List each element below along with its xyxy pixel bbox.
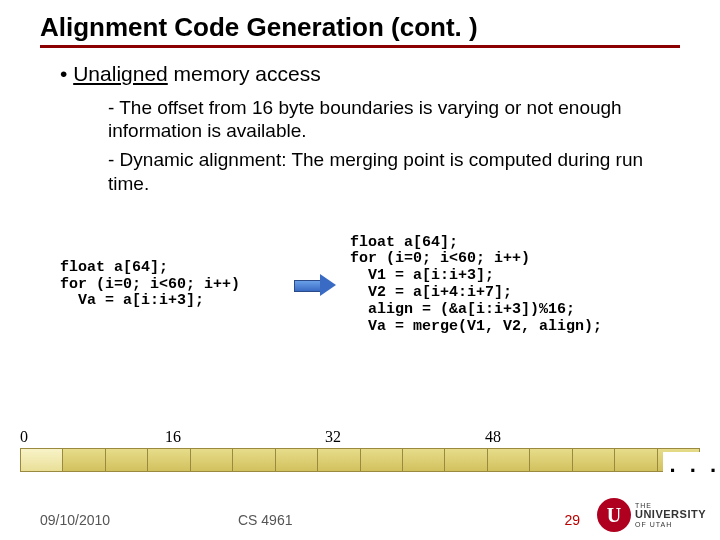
bullet-rest: memory access <box>168 62 321 85</box>
bullet-unaligned-word: Unaligned <box>73 62 168 85</box>
footer-date: 09/10/2010 <box>40 512 110 528</box>
mem-cell <box>573 449 615 471</box>
mem-cell <box>403 449 445 471</box>
mem-cell <box>488 449 530 471</box>
mem-cell <box>148 449 190 471</box>
tick-0: 0 <box>20 428 28 446</box>
sub-point-1: - The offset from 16 byte boundaries is … <box>108 96 660 142</box>
tick-16: 16 <box>165 428 181 446</box>
mem-cell <box>445 449 487 471</box>
bullet-prefix: • <box>60 62 73 85</box>
mem-cell <box>530 449 572 471</box>
footer-course: CS 4961 <box>238 512 292 528</box>
footer-page: 29 <box>564 512 580 528</box>
sub-point-2: - Dynamic alignment: The merging point i… <box>108 148 660 194</box>
tick-48: 48 <box>485 428 501 446</box>
mem-cell <box>21 449 63 471</box>
mem-cell <box>361 449 403 471</box>
memory-strip: 0 16 32 48 <box>20 428 700 472</box>
logo-line2: UNIVERSITY <box>635 509 706 521</box>
mem-cell <box>233 449 275 471</box>
mem-cell <box>63 449 105 471</box>
tick-32: 32 <box>325 428 341 446</box>
university-logo: U THE UNIVERSITY OF UTAH <box>597 498 706 532</box>
logo-u-icon: U <box>597 498 631 532</box>
mem-cell <box>106 449 148 471</box>
logo-line3: OF UTAH <box>635 521 706 528</box>
code-block-right: float a[64]; for (i=0; i<60; i++) V1 = a… <box>350 235 602 336</box>
mem-cell <box>615 449 657 471</box>
mem-cell <box>276 449 318 471</box>
slide-title: Alignment Code Generation (cont. ) <box>40 12 680 48</box>
mem-cell <box>318 449 360 471</box>
bullet-unaligned: • Unaligned memory access <box>60 62 680 86</box>
arrow-icon <box>294 276 336 294</box>
code-block-left: float a[64]; for (i=0; i<60; i++) Va = a… <box>60 260 280 310</box>
mem-cell <box>191 449 233 471</box>
ellipsis: . . . <box>663 452 720 478</box>
